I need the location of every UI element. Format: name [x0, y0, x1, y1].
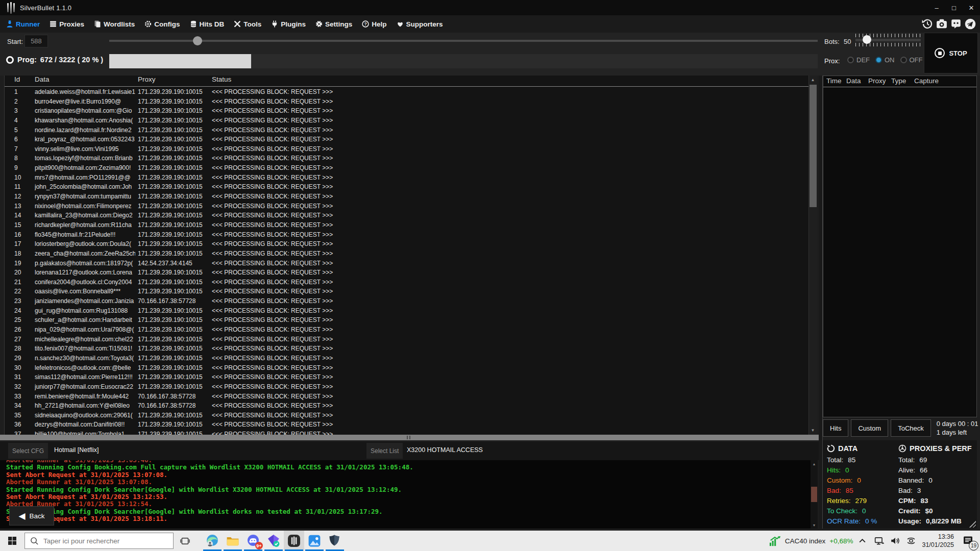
scroll-up-icon[interactable]: ▲ — [809, 76, 817, 84]
table-row[interactable]: 34 hh_2721@hotmail.com:Y@el08leo 70.166.… — [5, 401, 808, 411]
table-row[interactable]: 1 adelaide.weiss@hotmail.fr:Lewisaie1 17… — [5, 87, 808, 97]
position-slider-thumb[interactable] — [193, 36, 202, 45]
task-view-button[interactable] — [175, 531, 195, 551]
bots-slider[interactable] — [855, 34, 921, 46]
table-row[interactable]: 7 vinny.selim@live.com:Vini1995 171.239.… — [5, 144, 808, 154]
results-tab[interactable]: Custom — [851, 419, 888, 437]
start-input[interactable] — [24, 35, 48, 47]
bots-slider-thumb[interactable] — [863, 35, 871, 44]
table-scrollbar[interactable]: ▲ ▼ — [808, 76, 817, 435]
radio-icon[interactable] — [875, 57, 882, 63]
table-row[interactable]: 27 michellealegre@hotmail.com:chel22 171… — [5, 335, 808, 344]
log-scroll-down-icon[interactable]: ▼ — [811, 522, 818, 528]
minimize-button[interactable]: – — [928, 0, 945, 15]
table-row[interactable]: 21 conifera2004@outlook.cl:Cony2004 171.… — [5, 278, 808, 287]
table-row[interactable]: 3 cristianopilates@hotmail.com:@Gio 171.… — [5, 106, 808, 116]
menu-item[interactable]: Supporters — [397, 20, 443, 28]
log-scroll-up-icon[interactable]: ▲ — [811, 461, 818, 467]
table-row[interactable]: 24 gui_rug@hotmail.com:Rug131088 171.239… — [5, 306, 808, 316]
table-row[interactable]: 25 schuler_a@hotmail.com:Handarbeit 171.… — [5, 315, 808, 325]
menu-item[interactable]: Settings — [315, 20, 352, 28]
table-row[interactable]: 18 zeera_cha@hotmail.com:ZeeRa25ch 171.2… — [5, 249, 808, 259]
menu-item[interactable]: Tools — [234, 20, 261, 28]
position-slider[interactable] — [109, 40, 818, 42]
menu-item[interactable]: Proxies — [50, 20, 84, 28]
stock-widget[interactable]: CAC40 index +0,68% — [769, 535, 853, 547]
close-button[interactable]: ✕ — [963, 0, 980, 15]
table-row[interactable]: 26 nipa_029@hotmail.com:Urai7908@( 171.2… — [5, 325, 808, 335]
taskbar-app-button[interactable] — [202, 531, 223, 551]
scroll-down-icon[interactable]: ▼ — [809, 427, 817, 434]
table-row[interactable]: 29 n.sanchez30@hotmail.com:Toyota3( 171.… — [5, 354, 808, 363]
table-row[interactable]: 19 p.galakatos@hotmail.com:181972p( 142.… — [5, 259, 808, 268]
action-center-button[interactable]: 19 — [960, 532, 977, 549]
table-row[interactable]: 23 janiziamendes@hotmail.com:Janizia 70.… — [5, 296, 808, 306]
menu-item[interactable]: Runner — [6, 20, 40, 28]
table-row[interactable]: 35 sidneiaaquino@outlook.com:29061( 171.… — [5, 411, 808, 420]
back-button[interactable]: ◀ Back — [9, 506, 54, 525]
table-row[interactable]: 31 simas112@hotmail.com:Pierre112!!! 171… — [5, 372, 808, 382]
table-row[interactable]: 16 flo345@hotmail.fr:21Pelude!!! 171.239… — [5, 230, 808, 240]
log-scrollbar[interactable]: ▲ ▼ — [811, 460, 818, 529]
horizontal-splitter[interactable] — [0, 435, 819, 440]
top-icon[interactable] — [950, 18, 962, 30]
proxy-mode-option[interactable]: ON — [875, 56, 895, 64]
taskbar-search[interactable] — [24, 533, 174, 549]
table-row[interactable]: 2 burro4ever@live.it:Burro1990@ 171.239.… — [5, 97, 808, 107]
table-row[interactable]: 12 rynpyn37@hotmail.com:tumpamittu 171.2… — [5, 192, 808, 202]
splitter-grip-icon[interactable] — [407, 436, 410, 439]
table-row[interactable]: 36 dezrys@hotmail.com:Danifitri08!! 171.… — [5, 420, 808, 430]
table-row[interactable]: 13 nixinoel@hotmail.com:Filimonperez 171… — [5, 202, 808, 211]
table-row[interactable]: 10 mrs7@hotmail.com:PO112991@@ 171.239.2… — [5, 173, 808, 183]
radio-icon[interactable] — [847, 57, 854, 63]
menu-item[interactable]: Configs — [144, 20, 180, 28]
table-row[interactable]: 17 loriosterberg@outlook.com:Doula2( 171… — [5, 239, 808, 249]
table-row[interactable]: 5 nordine.lazard@hotmail.fr:Nordine2 171… — [5, 126, 808, 135]
proxy-mode-option[interactable]: DEF — [847, 56, 870, 64]
maximize-button[interactable]: □ — [945, 0, 963, 15]
table-row[interactable]: 15 richardkepler@hotmail.com:R11cha 171.… — [5, 220, 808, 230]
table-row[interactable]: 32 juniorp77@hotmail.com:Eusocrac22 171.… — [5, 382, 808, 392]
select-cfg-button[interactable]: Select CFG — [8, 443, 48, 459]
taskbar-app-button[interactable] — [325, 531, 345, 551]
table-row[interactable]: 6 kral_poyraz_@hotmail.com:0532243 171.2… — [5, 135, 808, 144]
top-icon[interactable] — [922, 18, 933, 30]
volume-icon[interactable] — [890, 536, 900, 546]
table-row[interactable]: 8 tomas.lopeziyf@hotmail.com:Brianb 171.… — [5, 154, 808, 163]
taskbar-app-button[interactable] — [223, 531, 243, 551]
search-input[interactable] — [43, 537, 161, 545]
top-icon[interactable] — [965, 18, 976, 30]
stop-button[interactable]: STOP — [924, 33, 978, 73]
select-list-button[interactable]: Select List — [366, 443, 403, 459]
start-button[interactable] — [0, 531, 24, 551]
taskbar-app-button[interactable] — [284, 531, 304, 551]
menu-item[interactable]: Wordlists — [94, 20, 135, 28]
table-row[interactable]: 22 oaasis@live.com:Bonneball9*** 171.239… — [5, 287, 808, 296]
results-tab[interactable]: Hits — [823, 419, 848, 437]
network-icon[interactable] — [874, 536, 885, 546]
menu-item[interactable]: Plugins — [271, 20, 306, 28]
table-row[interactable]: 11 john_25colombia@hotmail.com:Joh 171.2… — [5, 182, 808, 192]
table-scrollbar-thumb[interactable] — [810, 85, 817, 207]
top-icon[interactable] — [936, 18, 947, 30]
table-row[interactable]: 9 pitpit900@hotmail.com:Zezima900! 171.2… — [5, 163, 808, 173]
table-row[interactable]: 37 billie100@hotmail.com:Tombola1 171.23… — [5, 430, 808, 435]
proxy-mode-option[interactable]: OFF — [900, 56, 923, 64]
table-row[interactable]: 4 khawarshan@hotmail.com:Anoshia( 171.23… — [5, 116, 808, 126]
chevron-up-icon[interactable] — [859, 536, 869, 546]
menu-item[interactable]: Hits DB — [190, 20, 225, 28]
table-row[interactable]: 20 lorenana1217@outlook.com:Lorena 171.2… — [5, 268, 808, 278]
taskbar-app-button[interactable] — [304, 531, 325, 551]
table-row[interactable]: 28 tito.fenix007@hotmail.com:Ti15081! 17… — [5, 344, 808, 354]
table-row[interactable]: 33 remi.beniere@hotmail.fr:Moule442 70.1… — [5, 392, 808, 402]
table-row[interactable]: 30 lefeletronicos@outlook.com:@belle 171… — [5, 363, 808, 373]
meet-now-icon[interactable] — [906, 536, 916, 546]
table-row[interactable]: 14 kamillalira_23@hotmail.com:Diego2 171… — [5, 211, 808, 220]
taskbar-clock[interactable]: 13:36 31/01/2025 — [922, 533, 954, 549]
log-scrollbar-thumb[interactable] — [811, 487, 817, 502]
menu-item[interactable]: ? Help — [362, 20, 386, 28]
results-tab[interactable]: ToCheck — [891, 419, 931, 437]
taskbar-app-button[interactable]: 9+ — [243, 531, 263, 551]
radio-icon[interactable] — [900, 57, 907, 63]
taskbar-app-button[interactable] — [263, 531, 284, 551]
